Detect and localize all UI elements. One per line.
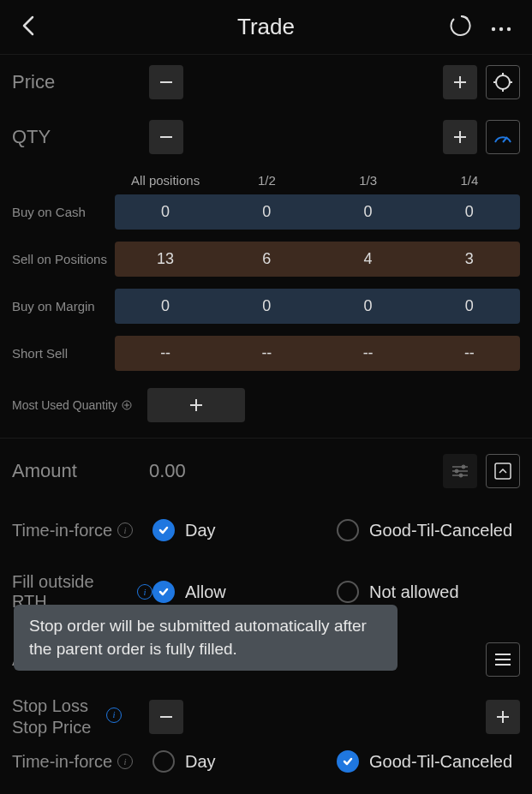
row-label: Buy on Cash xyxy=(12,205,115,219)
row-label: Sell on Positions xyxy=(12,252,115,266)
menu-icon xyxy=(493,652,512,667)
back-button[interactable] xyxy=(21,14,38,41)
qty-cell[interactable]: 0 xyxy=(318,289,419,324)
chevron-up-box-icon xyxy=(493,462,512,481)
amount-sliders-button[interactable] xyxy=(443,454,477,488)
svg-point-1 xyxy=(499,27,503,30)
qty-cell[interactable]: 0 xyxy=(115,289,216,324)
qty-cell[interactable]: 3 xyxy=(419,242,520,277)
chevron-left-icon xyxy=(21,14,38,38)
amount-label: Amount xyxy=(12,460,149,482)
svg-point-0 xyxy=(492,27,495,30)
col-header: All positions xyxy=(115,173,216,188)
price-minus-button[interactable] xyxy=(149,65,183,99)
plus-icon xyxy=(451,74,469,91)
sliders-icon xyxy=(451,463,469,479)
stoploss-label: Stop Loss Stop Price i xyxy=(12,695,149,738)
qty-cell[interactable]: 0 xyxy=(419,289,520,324)
attached-order-menu-button[interactable] xyxy=(486,642,520,677)
gauge-icon xyxy=(493,127,513,147)
price-target-button[interactable] xyxy=(486,65,520,99)
svg-point-6 xyxy=(496,75,510,89)
qty-cell[interactable]: -- xyxy=(419,336,520,371)
qty-label: QTY xyxy=(12,126,149,148)
qty-cell[interactable]: 0 xyxy=(216,194,317,230)
qty-cell[interactable]: -- xyxy=(115,336,216,371)
stoploss-plus-button[interactable] xyxy=(486,700,520,734)
fill-rth-option-notallowed[interactable]: Not allowed xyxy=(337,581,459,603)
plus-icon xyxy=(188,397,204,413)
page-title: Trade xyxy=(237,14,295,40)
info-icon[interactable]: i xyxy=(106,707,122,723)
radio-icon xyxy=(337,519,359,541)
col-header: 1/2 xyxy=(216,173,317,188)
minus-icon xyxy=(158,128,175,146)
price-label: Price xyxy=(12,71,149,93)
target-icon xyxy=(493,72,513,93)
refresh-icon xyxy=(450,15,472,37)
most-used-qty-label: Most Used Quantity xyxy=(12,398,132,412)
info-icon[interactable]: i xyxy=(137,584,152,600)
qty-cell[interactable]: 13 xyxy=(115,242,216,277)
amount-value: 0.00 xyxy=(149,460,186,482)
qty-cell[interactable]: 0 xyxy=(419,194,520,230)
row-label: Buy on Margin xyxy=(12,299,115,313)
qty-cell[interactable]: -- xyxy=(318,336,419,371)
radio-icon xyxy=(152,750,175,773)
tooltip: Stop order will be submitted automatical… xyxy=(14,605,398,671)
plus-icon xyxy=(451,128,469,146)
tif2-option-gtc[interactable]: Good-Til-Canceled xyxy=(337,750,512,773)
svg-point-25 xyxy=(459,474,463,477)
radio-icon xyxy=(152,581,175,603)
tif2-option-day[interactable]: Day xyxy=(152,750,337,773)
qty-cell[interactable]: 0 xyxy=(216,289,317,324)
svg-point-21 xyxy=(462,465,465,469)
radio-icon xyxy=(152,519,175,541)
info-icon[interactable]: i xyxy=(117,754,133,769)
qty-cell[interactable]: 6 xyxy=(216,242,317,277)
more-button[interactable] xyxy=(491,20,511,35)
qty-cell[interactable]: 0 xyxy=(318,194,419,230)
tif-option-day[interactable]: Day xyxy=(152,519,337,541)
svg-rect-26 xyxy=(495,463,511,479)
add-most-used-qty-button[interactable] xyxy=(147,388,245,422)
qty-plus-button[interactable] xyxy=(443,120,477,154)
info-icon[interactable]: i xyxy=(117,522,133,538)
plus-circle-icon xyxy=(122,400,132,410)
radio-icon xyxy=(337,581,359,603)
svg-point-2 xyxy=(507,27,511,30)
plus-icon xyxy=(494,708,511,725)
col-header: 1/4 xyxy=(419,173,520,188)
row-label: Short Sell xyxy=(12,346,115,361)
refresh-button[interactable] xyxy=(450,15,472,40)
stoploss-minus-button[interactable] xyxy=(149,700,183,734)
svg-point-23 xyxy=(455,469,458,473)
minus-icon xyxy=(158,708,175,725)
price-plus-button[interactable] xyxy=(443,65,477,99)
qty-cell[interactable]: 0 xyxy=(115,194,216,230)
qty-minus-button[interactable] xyxy=(149,120,183,154)
qty-cell[interactable]: -- xyxy=(216,336,317,371)
fill-rth-option-allow[interactable]: Allow xyxy=(152,581,337,603)
radio-icon xyxy=(337,750,359,773)
col-header: 1/3 xyxy=(318,173,419,188)
tif-option-gtc[interactable]: Good-Til-Canceled xyxy=(337,519,512,541)
qty-gauge-button[interactable] xyxy=(486,120,520,154)
minus-icon xyxy=(158,74,175,91)
amount-collapse-button[interactable] xyxy=(486,454,520,488)
qty-cell[interactable]: 4 xyxy=(318,242,419,277)
tif2-label: Time-in-force i xyxy=(12,752,152,772)
more-icon xyxy=(491,27,511,32)
tif-label: Time-in-force i xyxy=(12,521,152,540)
